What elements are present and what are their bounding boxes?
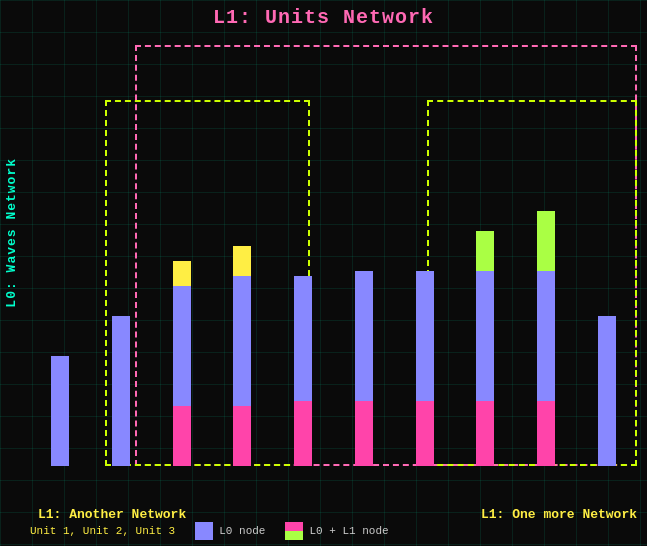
legend-l0-l1-node-label: L0 + L1 node (309, 525, 388, 537)
bar-segment-purple (51, 356, 69, 466)
bar-segment-pink (416, 401, 434, 466)
legend-l1-top (285, 522, 303, 531)
legend-l0-node: L0 node (195, 522, 265, 540)
bar-slot-4 (212, 246, 273, 466)
bar-segment-purple (476, 271, 494, 401)
bar-segment-yellow (233, 246, 251, 276)
bar-segment-purple (416, 271, 434, 401)
bar-slot-2 (91, 316, 152, 466)
legend-l1-bottom (285, 531, 303, 540)
bar-10 (598, 316, 616, 466)
bar-segment-purple (355, 271, 373, 401)
y-axis-label: L0: Waves Network (4, 0, 19, 466)
legend: Unit 1, Unit 2, Unit 3 L0 node L0 + L1 n… (30, 522, 637, 540)
bar-slot-7 (394, 271, 455, 466)
bar-slot-8 (455, 231, 516, 466)
bar-segment-purple (537, 271, 555, 401)
bar-1 (51, 356, 69, 466)
bar-segment-pink (294, 401, 312, 466)
legend-purple-box (195, 522, 213, 540)
bar-9 (537, 211, 555, 466)
another-network-label: L1: Another Network (38, 507, 186, 522)
bar-segment-purple (598, 316, 616, 466)
legend-l0-l1-node: L0 + L1 node (285, 522, 388, 540)
bar-segment-green (537, 211, 555, 271)
bar-slot-6 (334, 271, 395, 466)
bar-4 (233, 246, 251, 466)
bar-segment-pink (355, 401, 373, 466)
bar-slot-10 (576, 316, 637, 466)
bar-slot-5 (273, 276, 334, 466)
bar-8 (476, 231, 494, 466)
bar-segment-yellow (173, 261, 191, 286)
bar-5 (294, 276, 312, 466)
chart-area (30, 45, 637, 466)
bar-segment-purple (173, 286, 191, 406)
bar-3 (173, 261, 191, 466)
bar-segment-pink (233, 406, 251, 466)
bar-segment-purple (233, 276, 251, 406)
bar-slot-1 (30, 356, 91, 466)
bar-segment-purple (294, 276, 312, 401)
bar-6 (355, 271, 373, 466)
bar-segment-green (476, 231, 494, 271)
bar-segment-pink (476, 401, 494, 466)
legend-l0-node-label: L0 node (219, 525, 265, 537)
bar-segment-pink (173, 406, 191, 466)
onemore-network-label: L1: One more Network (481, 507, 637, 522)
legend-l1-box (285, 522, 303, 540)
legend-units-text: Unit 1, Unit 2, Unit 3 (30, 525, 175, 537)
bar-7 (416, 271, 434, 466)
bars-container (30, 45, 637, 466)
bar-segment-purple (112, 316, 130, 466)
bar-slot-9 (516, 211, 577, 466)
main-container: L1: Units Network L0: Waves Network L1: … (0, 0, 647, 546)
chart-title: L1: Units Network (0, 6, 647, 29)
bar-segment-pink (537, 401, 555, 466)
bar-slot-3 (151, 261, 212, 466)
bar-2 (112, 316, 130, 466)
